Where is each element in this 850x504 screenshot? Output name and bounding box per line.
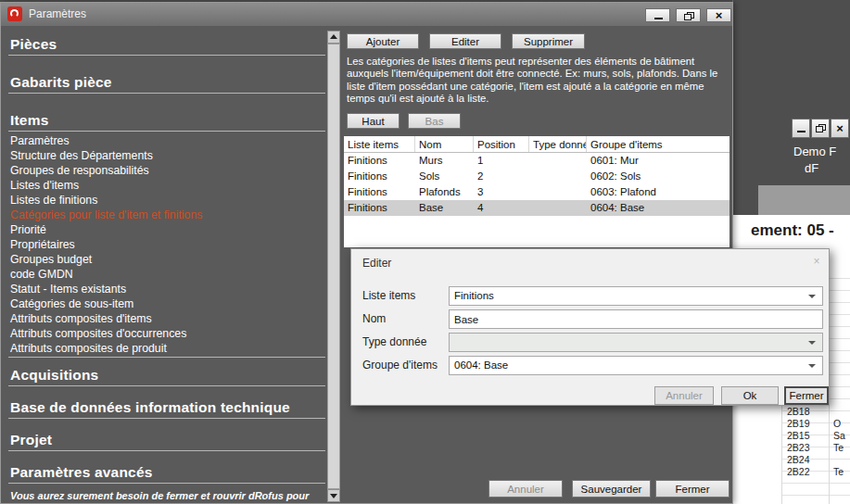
nav-item-code-gmdn[interactable]: code GMDN <box>10 267 325 282</box>
cell-liste-items: Finitions <box>344 169 415 184</box>
nav-item-priorite[interactable]: Priorité <box>10 222 325 237</box>
close-icon: × <box>707 9 730 21</box>
nav-item-structure-departements[interactable]: Structure des Départements <box>10 148 325 163</box>
nav-item-groupes-responsabilites[interactable]: Groupes de responsabilités <box>10 163 325 178</box>
table-row[interactable]: 2B18 <box>782 406 850 418</box>
cell-room-id: 2B19 <box>787 418 810 430</box>
category-description: Les catégories de listes d'items peut re… <box>347 56 729 106</box>
table-row[interactable]: Finitions Plafonds 3 0603: Plafond <box>344 184 729 200</box>
nav-item-attributs-composites-occurrences[interactable]: Attributs composites d'occurrences <box>10 326 325 341</box>
cell-nom: Base <box>415 200 474 216</box>
background-window: × Demo F dF <box>732 0 850 216</box>
cell-room-name: Te <box>833 442 844 454</box>
field-row: Groupe d'items 0604: Base <box>351 356 829 375</box>
column-header-groupe-items[interactable]: Groupe d'items <box>587 136 729 152</box>
nav-item-categories-sous-item[interactable]: Catégories de sous-item <box>10 296 325 311</box>
cell-room-name: Te <box>833 466 844 478</box>
cell-room-id: 2B23 <box>787 442 810 454</box>
column-header-position[interactable]: Position <box>474 136 529 152</box>
dialog-ok-button[interactable]: Ok <box>721 386 779 405</box>
divider <box>8 131 325 132</box>
nav-item-attributs-composites-produit[interactable]: Attributs composites de produit <box>10 341 325 356</box>
dialog-title: Editer <box>362 257 391 270</box>
background-toolbar-band <box>758 185 850 215</box>
edit-dialog: Editer × Liste items Finitions Nom Type … <box>350 248 830 406</box>
divider <box>8 418 325 419</box>
table-row[interactable]: 2B23Te <box>782 442 850 454</box>
screen: × Demo F dF ement: 05 - 2B18 2B19O 2B15S… <box>0 0 850 504</box>
categories-table: Liste items Nom Position Type donnée Gro… <box>344 136 729 247</box>
type-donnee-select[interactable] <box>449 333 823 352</box>
scrollbar-thumb[interactable] <box>327 44 340 489</box>
column-header-type-donnee[interactable]: Type donnée <box>529 136 587 152</box>
nav-items-list: Paramètres Structure des Départements Gr… <box>10 133 325 356</box>
nav-section-gabarits-piece: Gabarits pièce <box>10 74 325 91</box>
bg-minimize-button[interactable] <box>792 119 810 138</box>
cell-nom: Sols <box>415 169 474 184</box>
nav-item-categories-liste-item-finitions[interactable]: Catégories pour liste d'item et finition… <box>10 208 325 222</box>
cell-liste-items: Finitions <box>344 200 415 216</box>
save-button[interactable]: Sauvegarder <box>572 480 651 498</box>
cell-room-id: 2B22 <box>787 466 810 478</box>
chevron-down-icon <box>808 341 816 345</box>
nav-item-listes-finitions[interactable]: Listes de finitions <box>10 193 325 208</box>
table-row[interactable]: 2B19O <box>782 418 850 430</box>
column-header-nom[interactable]: Nom <box>415 136 474 152</box>
cell-type-donnee <box>529 153 587 169</box>
table-row[interactable]: Finitions Sols 2 0602: Sols <box>344 169 729 184</box>
table-row-selected[interactable]: Finitions Base 4 0604: Base <box>344 200 729 216</box>
nav-item-parametres[interactable]: Paramètres <box>10 133 325 148</box>
nav-item-attributs-composites-items[interactable]: Attributs composites d'items <box>10 311 325 326</box>
groupe-items-select[interactable]: 0604: Base <box>449 356 823 375</box>
triangle-down-icon <box>330 494 337 498</box>
divider <box>8 93 325 94</box>
nom-input[interactable] <box>449 309 823 329</box>
cell-room-id: 2B24 <box>787 454 810 466</box>
close-icon: × <box>831 120 848 137</box>
cell-room-name: O <box>833 418 841 430</box>
move-down-button[interactable]: Bas <box>408 113 461 129</box>
bg-restore-button[interactable] <box>811 119 830 138</box>
titlebar[interactable]: Paramètres <box>1 3 732 26</box>
column-header-liste-items[interactable]: Liste items <box>344 136 415 152</box>
dialog-cancel-button[interactable]: Annuler <box>654 386 714 405</box>
close-button[interactable]: × <box>706 8 731 22</box>
restore-icon <box>684 12 693 20</box>
bg-close-button[interactable]: × <box>831 119 849 138</box>
add-button[interactable]: Ajouter <box>347 33 419 49</box>
delete-button[interactable]: Supprimer <box>512 33 585 49</box>
table-row[interactable]: 2B22Te <box>782 466 850 478</box>
restart-note: Vous aurez surement besoin de fermer et … <box>10 490 324 501</box>
field-label-nom: Nom <box>362 312 386 325</box>
cell-position: 3 <box>474 184 529 200</box>
move-up-button[interactable]: Haut <box>347 113 400 129</box>
restore-button[interactable] <box>676 8 701 22</box>
minimize-button[interactable] <box>645 8 670 22</box>
cell-type-donnee <box>529 169 587 184</box>
table-row[interactable]: 2B15Sa <box>782 430 850 442</box>
divider <box>8 450 325 451</box>
nav-item-proprietaires[interactable]: Propriétaires <box>10 237 325 252</box>
cell-nom: Murs <box>415 153 474 169</box>
cell-room-id: 2B18 <box>787 406 810 418</box>
nav-item-groupes-budget[interactable]: Groupes budget <box>10 252 325 267</box>
scroll-down-button[interactable] <box>327 489 340 502</box>
edit-button[interactable]: Editer <box>429 33 501 49</box>
dialog-close-action-button[interactable]: Fermer <box>784 386 829 405</box>
field-label-groupe-items: Groupe d'items <box>362 359 438 372</box>
selected-value: Finitions <box>454 290 494 301</box>
nav-scrollbar[interactable] <box>327 31 340 502</box>
nav-item-listes-items[interactable]: Listes d'items <box>10 178 325 193</box>
cell-groupe-items: 0601: Mur <box>587 153 729 169</box>
cancel-button[interactable]: Annuler <box>488 480 563 498</box>
table-row[interactable]: Finitions Murs 1 0601: Mur <box>344 153 729 169</box>
scroll-up-button[interactable] <box>327 31 340 44</box>
divider <box>8 357 325 358</box>
close-panel-button[interactable]: Fermer <box>655 480 729 498</box>
nav-item-statut-items-existants[interactable]: Statut - Items existants <box>10 282 325 296</box>
cell-position: 4 <box>474 200 529 216</box>
liste-items-select[interactable]: Finitions <box>449 286 823 306</box>
table-row[interactable]: 2B24 <box>782 454 850 466</box>
cell-groupe-items: 0602: Sols <box>587 169 729 184</box>
dialog-close-button[interactable]: × <box>810 255 823 268</box>
